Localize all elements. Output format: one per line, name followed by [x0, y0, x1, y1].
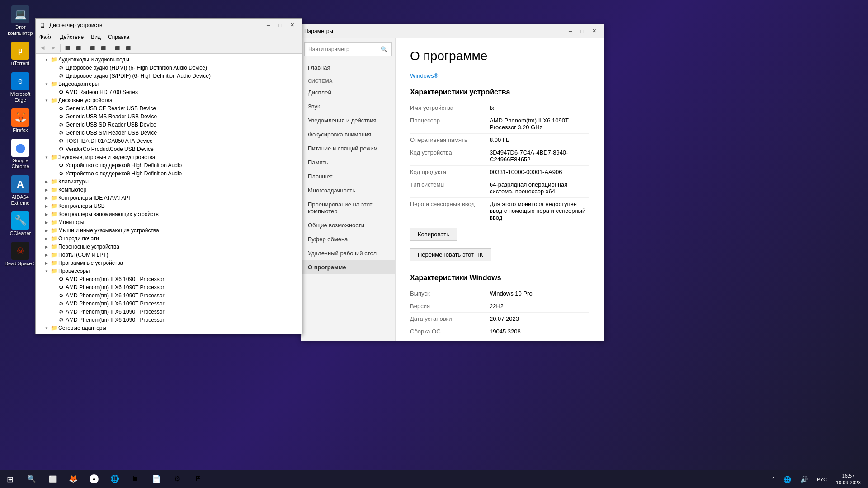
taskbar-edge[interactable]: 🌐	[105, 470, 125, 488]
menu-action[interactable]: Действие	[57, 32, 88, 42]
settings-nav-notifications[interactable]: Уведомления и действия	[301, 113, 395, 127]
taskbar-firefox-icon: 🦊	[68, 474, 79, 484]
tree-item[interactable]: ⚙ AMD Phenom(tm) II X6 1090T Processor	[36, 300, 302, 308]
desktop-icon-edge[interactable]: e Microsoft Edge	[2, 70, 38, 105]
windows-link[interactable]: Windows®	[410, 72, 438, 79]
settings-nav-tablet[interactable]: Планшет	[301, 169, 395, 183]
taskbar-taskview[interactable]: ⬜	[42, 470, 62, 488]
tree-item[interactable]: ▼ 📁 Видеоадаптеры	[36, 80, 302, 88]
tree-item[interactable]: ▶ 📁 Мыши и иные указывающие устройства	[36, 226, 302, 235]
menu-file[interactable]: Файл	[36, 32, 57, 42]
desktop-icon-firefox[interactable]: 🦊 Firefox	[2, 107, 38, 135]
tree-item[interactable]: ▼ 📁 Звуковые, игровые и видеоустройства	[36, 153, 302, 161]
tree-item[interactable]: ▶ 📁 Компьютер	[36, 186, 302, 194]
device-tree[interactable]: ▼ 📁 Аудиовходы и аудиовыходы ⚙ Цифровое …	[36, 54, 302, 334]
tree-item[interactable]: ⚙ Generic USB CF Reader USB Device	[36, 104, 302, 113]
tree-item[interactable]: ▶ 📁 Очереди печати	[36, 235, 302, 243]
desktop-icon-chrome[interactable]: ⬤ Google Chrome	[2, 137, 38, 171]
taskbar-tray-expand[interactable]: ^	[769, 470, 778, 488]
toolbar-btn1[interactable]: ⬛	[62, 43, 72, 53]
toolbar-btn2[interactable]: ⬛	[73, 43, 83, 53]
tree-item[interactable]: ⚙ VendorCo ProductCode USB Device	[36, 145, 302, 153]
device-info-row-2: Оперативная память 8.00 ГБ	[410, 134, 589, 146]
device-manager-minimize-button[interactable]: ─	[263, 21, 274, 30]
tree-item[interactable]: ▼ 📁 Процессоры	[36, 267, 302, 275]
rename-pc-button[interactable]: Переименовать этот ПК	[410, 248, 491, 261]
toolbar-btn3[interactable]: ⬛	[87, 43, 97, 53]
desktop-icon-this-pc[interactable]: 💻 Этот компьютер	[2, 4, 38, 38]
menu-view[interactable]: Вид	[87, 32, 104, 42]
toolbar-forward-button[interactable]: ▶	[48, 43, 58, 53]
tree-item[interactable]: ⚙ TOSHIBA DT01ACA050 ATA Device	[36, 137, 302, 145]
taskbar-search[interactable]: 🔍	[22, 470, 42, 488]
menu-help[interactable]: Справка	[104, 32, 133, 42]
tree-item[interactable]: ▼ 📁 Сетевые адаптеры	[36, 324, 302, 332]
taskbar-calculator[interactable]: 🖩	[126, 470, 146, 488]
taskbar-lang[interactable]: РУС	[813, 470, 830, 488]
desktop-icon-utorrent[interactable]: µ uTorrent	[2, 40, 38, 68]
desktop-icon-aida64[interactable]: A AIDA64 Extreme	[2, 174, 38, 208]
tree-item[interactable]: ▶ 📁 Контроллеры IDE ATA/ATAPI	[36, 194, 302, 202]
tree-item[interactable]: ⚙ Generic USB MS Reader USB Device	[36, 113, 302, 121]
settings-nav-display[interactable]: Дисплей	[301, 85, 395, 99]
tree-item[interactable]: ▶ 📁 Переносные устройства	[36, 243, 302, 251]
copy-device-button[interactable]: Копировать	[410, 228, 457, 241]
toolbar-btn4[interactable]: ⬛	[98, 43, 108, 53]
tree-node-icon: ⚙	[57, 129, 65, 136]
settings-search-input[interactable]	[308, 46, 381, 52]
taskbar-devicemgr[interactable]: 🖥	[188, 470, 208, 488]
tree-item[interactable]: ⚙ AMD Radeon HD 7700 Series	[36, 88, 302, 96]
tree-item[interactable]: ⚙ AMD Phenom(tm) II X6 1090T Processor	[36, 316, 302, 324]
taskbar-settings[interactable]: ⚙	[167, 470, 187, 488]
tree-item[interactable]: ⚙ Цифровое аудио (S/PDIF) (6- High Defin…	[36, 72, 302, 80]
tree-item[interactable]: ⚙ AMD Phenom(tm) II X6 1090T Processor	[36, 283, 302, 291]
taskbar-office-icon: 📄	[151, 474, 162, 484]
tree-item[interactable]: ⚙ AMD Phenom(tm) II X6 1090T Processor	[36, 275, 302, 283]
tree-item[interactable]: ⚙ Generic USB SM Reader USB Device	[36, 129, 302, 137]
settings-nav-memory[interactable]: Память	[301, 155, 395, 169]
start-button[interactable]: ⊞	[0, 470, 20, 488]
windows-info-row-1: Версия 22H2	[410, 300, 589, 313]
settings-maximize-button[interactable]: □	[576, 27, 588, 36]
taskbar-office[interactable]: 📄	[146, 470, 166, 488]
settings-nav-sound[interactable]: Звук	[301, 99, 395, 113]
settings-nav-about[interactable]: О программе	[301, 260, 395, 274]
toolbar-btn6[interactable]: ⬛	[123, 43, 133, 53]
tree-item[interactable]: ⚙ AMD Phenom(tm) II X6 1090T Processor	[36, 308, 302, 316]
settings-nav-home[interactable]: Главная	[301, 61, 395, 75]
taskbar-firefox[interactable]: 🦊	[63, 470, 83, 488]
tree-item[interactable]: ▶ 📁 Клавиатуры	[36, 178, 302, 186]
toolbar-back-button[interactable]: ◀	[38, 43, 47, 53]
settings-nav-features[interactable]: Общие возможности	[301, 218, 395, 232]
tree-item[interactable]: ⚙ Устройство с поддержкой High Definitio…	[36, 169, 302, 178]
device-manager-close-button[interactable]: ✕	[286, 21, 298, 30]
tree-item[interactable]: ▶ 📁 Программные устройства	[36, 259, 302, 267]
settings-close-button[interactable]: ✕	[588, 27, 600, 36]
tree-item[interactable]: ⚙ Цифровое аудио (HDMI) (6- High Definit…	[36, 64, 302, 72]
settings-nav-multitask[interactable]: Многозадачность	[301, 183, 395, 197]
tree-item[interactable]: ▶ 📁 Порты (COM и LPT)	[36, 251, 302, 259]
desktop-icon-dead-space[interactable]: ☠ Dead Space 3	[2, 240, 38, 268]
desktop-icon-ccleaner[interactable]: 🔧 CCleaner	[2, 210, 38, 238]
tree-item[interactable]: ▶ 📁 Мониторы	[36, 218, 302, 226]
taskbar-chrome[interactable]: ●	[84, 470, 104, 488]
device-manager-maximize-button[interactable]: □	[274, 21, 286, 30]
tree-item[interactable]: ⚙ Generic USB SD Reader USB Device	[36, 121, 302, 129]
tree-item[interactable]: ⚙ AMD Phenom(tm) II X6 1090T Processor	[36, 291, 302, 300]
settings-nav-remote[interactable]: Удаленный рабочий стол	[301, 246, 395, 260]
settings-nav-power[interactable]: Питание и спящий режим	[301, 141, 395, 155]
tree-item[interactable]: ▶ 📁 Контроллеры запоминающих устройств	[36, 210, 302, 218]
taskbar-volume[interactable]: 🔊	[797, 470, 811, 488]
settings-nav-focus[interactable]: Фокусировка внимания	[301, 127, 395, 141]
tree-item[interactable]: ▼ 📁 Дисковые устройства	[36, 96, 302, 104]
tree-item[interactable]: ▼ 📁 Аудиовходы и аудиовыходы	[36, 56, 302, 64]
settings-nav-project[interactable]: Проецирование на этот компьютер	[301, 197, 395, 218]
taskbar-network[interactable]: 🌐	[780, 470, 795, 488]
tree-item[interactable]: ▶ 📁 Контроллеры USB	[36, 202, 302, 210]
tree-item[interactable]: ⚙ NVIDIA nForce Networking Controller	[36, 332, 302, 334]
settings-minimize-button[interactable]: ─	[565, 27, 576, 36]
settings-nav-clipboard[interactable]: Буфер обмена	[301, 232, 395, 246]
taskbar-clock[interactable]: 16:57 10.09.2023	[832, 470, 864, 488]
tree-item[interactable]: ⚙ Устройство с поддержкой High Definitio…	[36, 161, 302, 169]
toolbar-btn5[interactable]: ⬛	[112, 43, 122, 53]
